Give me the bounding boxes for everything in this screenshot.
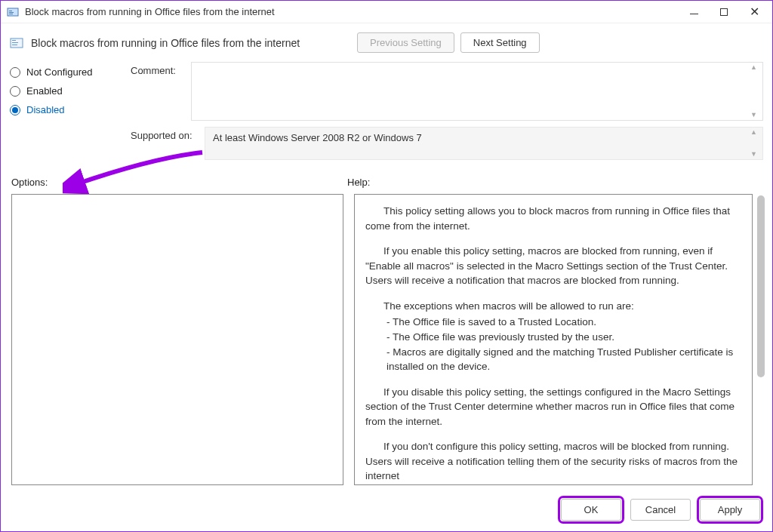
radio-label: Disabled bbox=[26, 104, 65, 115]
app-icon bbox=[7, 6, 19, 18]
scrollbar-thumb[interactable] bbox=[757, 195, 765, 377]
radio-icon bbox=[10, 105, 20, 115]
scroll-up-icon[interactable]: ▲ bbox=[750, 129, 759, 136]
help-list-item: - Macros are digitally signed and the ma… bbox=[386, 345, 741, 374]
comment-row: Comment: ▲ ▼ bbox=[131, 62, 763, 121]
svg-rect-6 bbox=[12, 42, 18, 43]
state-radio-group: Not Configured Enabled Disabled bbox=[10, 62, 131, 166]
policy-header: Block macros from running in Office file… bbox=[1, 23, 772, 57]
radio-disabled[interactable]: Disabled bbox=[10, 104, 131, 115]
titlebar: Block macros from running in Office file… bbox=[1, 1, 772, 23]
policy-state-section: Not Configured Enabled Disabled Comment: bbox=[1, 57, 772, 166]
radio-label: Enabled bbox=[26, 85, 63, 97]
radio-not-configured[interactable]: Not Configured bbox=[10, 66, 131, 78]
maximize-button[interactable] bbox=[709, 2, 739, 23]
help-paragraph: The exceptions when macros will be allow… bbox=[365, 299, 741, 314]
radio-label: Not Configured bbox=[26, 66, 92, 78]
close-button[interactable]: ✕ bbox=[739, 2, 769, 23]
panel-headers: Options: Help: bbox=[1, 166, 772, 191]
svg-rect-1 bbox=[9, 11, 12, 11]
scroll-down-icon[interactable]: ▼ bbox=[750, 112, 759, 118]
cancel-button[interactable]: Cancel bbox=[630, 499, 691, 521]
radio-icon bbox=[10, 67, 20, 78]
dialog-footer: OK Cancel Apply bbox=[1, 493, 772, 531]
policy-icon bbox=[10, 36, 23, 50]
help-paragraph: If you enable this policy setting, macro… bbox=[365, 244, 741, 288]
window-title: Block macros from running in Office file… bbox=[25, 6, 679, 17]
help-list-item: - The Office file was previously trusted… bbox=[386, 330, 741, 345]
comment-textarea[interactable]: ▲ ▼ bbox=[191, 62, 763, 121]
next-setting-button[interactable]: Next Setting bbox=[460, 32, 540, 53]
svg-rect-7 bbox=[12, 45, 17, 45]
apply-button[interactable]: Apply bbox=[700, 499, 760, 521]
supported-on-value: At least Windows Server 2008 R2 or Windo… bbox=[205, 127, 763, 160]
scroll-up-icon[interactable]: ▲ bbox=[750, 64, 759, 71]
supported-on-row: Supported on: At least Windows Server 20… bbox=[131, 127, 763, 160]
help-heading: Help: bbox=[347, 177, 762, 188]
radio-enabled[interactable]: Enabled bbox=[10, 85, 131, 97]
options-panel bbox=[11, 194, 343, 485]
supported-on-label: Supported on: bbox=[131, 127, 205, 141]
panels-row: This policy setting allows you to block … bbox=[1, 191, 772, 493]
outer-scrollbar[interactable] bbox=[757, 195, 765, 488]
svg-rect-3 bbox=[9, 14, 13, 14]
svg-rect-2 bbox=[9, 12, 14, 13]
comment-label: Comment: bbox=[131, 62, 191, 76]
help-list-item: - The Office file is saved to a Trusted … bbox=[386, 315, 741, 330]
previous-setting-button[interactable]: Previous Setting bbox=[357, 32, 454, 53]
svg-rect-5 bbox=[12, 40, 16, 41]
help-paragraph: If you don't configure this policy setti… bbox=[365, 439, 741, 484]
help-panel: This policy setting allows you to block … bbox=[354, 194, 753, 485]
policy-name: Block macros from running in Office file… bbox=[31, 37, 300, 49]
radio-icon bbox=[10, 86, 20, 97]
help-paragraph: This policy setting allows you to block … bbox=[365, 204, 741, 233]
options-heading: Options: bbox=[11, 177, 347, 188]
setting-navigation: Previous Setting Next Setting bbox=[357, 32, 540, 53]
ok-button[interactable]: OK bbox=[561, 499, 621, 521]
minimize-button[interactable] bbox=[679, 2, 709, 23]
help-paragraph: If you disable this policy setting, the … bbox=[365, 385, 741, 429]
policy-editor-window: Block macros from running in Office file… bbox=[0, 0, 773, 532]
supported-on-text: At least Windows Server 2008 R2 or Windo… bbox=[213, 132, 422, 143]
policy-fields: Comment: ▲ ▼ Supported on: At least Wind… bbox=[131, 62, 763, 166]
scroll-down-icon[interactable]: ▼ bbox=[750, 151, 759, 158]
